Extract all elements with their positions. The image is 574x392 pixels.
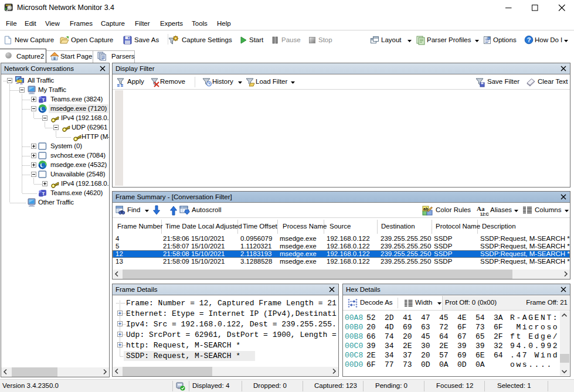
svg-text:12:C3: 12:C3 bbox=[480, 212, 489, 216]
svg-text:?: ? bbox=[527, 36, 531, 43]
svg-text:ab: ab bbox=[423, 207, 428, 211]
svg-text:Aa: Aa bbox=[477, 205, 485, 212]
